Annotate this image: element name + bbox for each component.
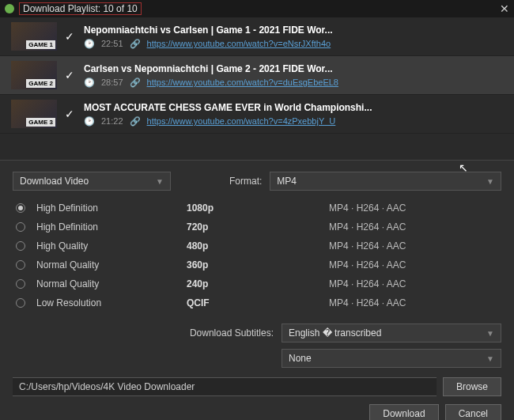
app-icon (5, 4, 14, 13)
video-url[interactable]: https://www.youtube.com/watch?v=4zPxebbj… (147, 116, 336, 126)
playlist-item[interactable]: GAME 3✓MOST ACCURATE CHESS GAME EVER in … (0, 95, 514, 134)
clock-icon: 🕑 (84, 78, 95, 88)
clock-icon: 🕑 (84, 116, 95, 127)
video-duration: 21:22 (101, 116, 123, 126)
subtitles-secondary-value: None (289, 353, 312, 364)
quality-label: Normal Quality (36, 278, 187, 289)
video-title: Carlsen vs Nepomniachtchi | Game 2 - 202… (84, 63, 503, 74)
thumbnail-badge: GAME 3 (26, 118, 55, 127)
thumbnail-badge: GAME 1 (26, 40, 55, 49)
quality-option[interactable]: High Quality480pMP4 · H264 · AAC (13, 236, 501, 255)
quality-option[interactable]: Low ResolutionQCIFMP4 · H264 · AAC (13, 293, 501, 312)
quality-resolution: 1080p (187, 202, 329, 214)
subtitles-label: Download Subtitles: (13, 327, 274, 339)
window-title: Download Playlist: 10 of 10 (19, 2, 142, 15)
radio-icon[interactable] (16, 279, 25, 289)
quality-codec: MP4 · H264 · AAC (329, 297, 406, 308)
check-icon: ✓ (65, 30, 74, 43)
titlebar: Download Playlist: 10 of 10 ✕ (0, 0, 514, 17)
link-icon: 🔗 (130, 39, 141, 49)
browse-button[interactable]: Browse (443, 377, 501, 396)
radio-icon[interactable] (16, 203, 25, 213)
action-dropdown[interactable]: Download Video ▼ (13, 172, 171, 191)
quality-resolution: 360p (187, 259, 329, 271)
quality-option[interactable]: Normal Quality360pMP4 · H264 · AAC (13, 255, 501, 274)
subtitles-secondary-dropdown[interactable]: None ▼ (282, 349, 501, 368)
format-dropdown[interactable]: MP4 ▼ (270, 172, 501, 191)
quality-label: Low Resolution (36, 297, 187, 308)
playlist: GAME 1✓Nepomniachtchi vs Carlsen | Game … (0, 17, 514, 160)
playlist-item[interactable]: GAME 1✓Nepomniachtchi vs Carlsen | Game … (0, 17, 514, 56)
link-icon: 🔗 (130, 116, 141, 127)
video-url[interactable]: https://www.youtube.com/watch?v=eNsrJXft… (147, 39, 331, 48)
quality-resolution: 240p (187, 278, 329, 289)
playlist-item-meta: Nepomniachtchi vs Carlsen | Game 1 - 202… (84, 25, 503, 49)
quality-label: High Definition (36, 221, 187, 233)
thumbnail-badge: GAME 2 (26, 79, 55, 88)
video-thumbnail: GAME 2 (11, 61, 57, 89)
video-url[interactable]: https://www.youtube.com/watch?v=duEsgEbe… (147, 78, 338, 87)
radio-icon[interactable] (16, 298, 25, 308)
quality-codec: MP4 · H264 · AAC (329, 240, 406, 252)
video-duration: 28:57 (101, 78, 123, 87)
playlist-item[interactable]: GAME 2✓Carlsen vs Nepomniachtchi | Game … (0, 56, 514, 95)
format-label: Format: (229, 176, 262, 187)
quality-label: Normal Quality (36, 259, 187, 271)
quality-codec: MP4 · H264 · AAC (329, 221, 406, 233)
radio-icon[interactable] (16, 241, 25, 251)
cancel-button[interactable]: Cancel (445, 404, 501, 420)
check-icon: ✓ (65, 69, 74, 81)
quality-label: High Quality (36, 240, 187, 252)
format-dropdown-value: MP4 (277, 176, 297, 187)
chevron-down-icon: ▼ (486, 329, 494, 338)
playlist-item-meta: Carlsen vs Nepomniachtchi | Game 2 - 202… (84, 63, 503, 88)
quality-list: High Definition1080pMP4 · H264 · AACHigh… (13, 199, 501, 312)
action-dropdown-label: Download Video (20, 176, 89, 187)
subtitles-language-value: English � transcribed (289, 327, 381, 339)
chevron-down-icon: ▼ (486, 354, 494, 363)
quality-option[interactable]: High Definition720pMP4 · H264 · AAC (13, 218, 501, 236)
quality-resolution: 480p (187, 240, 329, 252)
video-thumbnail: GAME 3 (11, 100, 57, 128)
video-thumbnail: GAME 1 (11, 22, 57, 51)
quality-codec: MP4 · H264 · AAC (329, 259, 406, 271)
quality-option[interactable]: Normal Quality240pMP4 · H264 · AAC (13, 274, 501, 293)
link-icon: 🔗 (130, 78, 141, 88)
clock-icon: 🕑 (84, 39, 95, 49)
video-title: MOST ACCURATE CHESS GAME EVER in World C… (84, 102, 503, 113)
radio-icon[interactable] (16, 260, 25, 270)
video-duration: 22:51 (101, 39, 123, 48)
chevron-down-icon: ▼ (486, 177, 494, 186)
download-button[interactable]: Download (369, 404, 438, 420)
quality-resolution: 720p (187, 221, 329, 233)
playlist-item-meta: MOST ACCURATE CHESS GAME EVER in World C… (84, 102, 503, 127)
quality-label: High Definition (36, 202, 187, 214)
subtitles-language-dropdown[interactable]: English � transcribed ▼ (282, 324, 501, 342)
quality-option[interactable]: High Definition1080pMP4 · H264 · AAC (13, 199, 501, 218)
chevron-down-icon: ▼ (156, 177, 164, 186)
quality-codec: MP4 · H264 · AAC (329, 202, 406, 214)
save-path-input[interactable] (13, 377, 437, 396)
video-title: Nepomniachtchi vs Carlsen | Game 1 - 202… (84, 25, 503, 36)
quality-codec: MP4 · H264 · AAC (329, 278, 406, 289)
close-icon[interactable]: ✕ (500, 2, 509, 15)
radio-icon[interactable] (16, 222, 25, 232)
check-icon: ✓ (65, 108, 74, 120)
quality-resolution: QCIF (187, 297, 329, 308)
settings-panel: Download Video ▼ Format: MP4 ▼ High Defi… (0, 160, 514, 420)
